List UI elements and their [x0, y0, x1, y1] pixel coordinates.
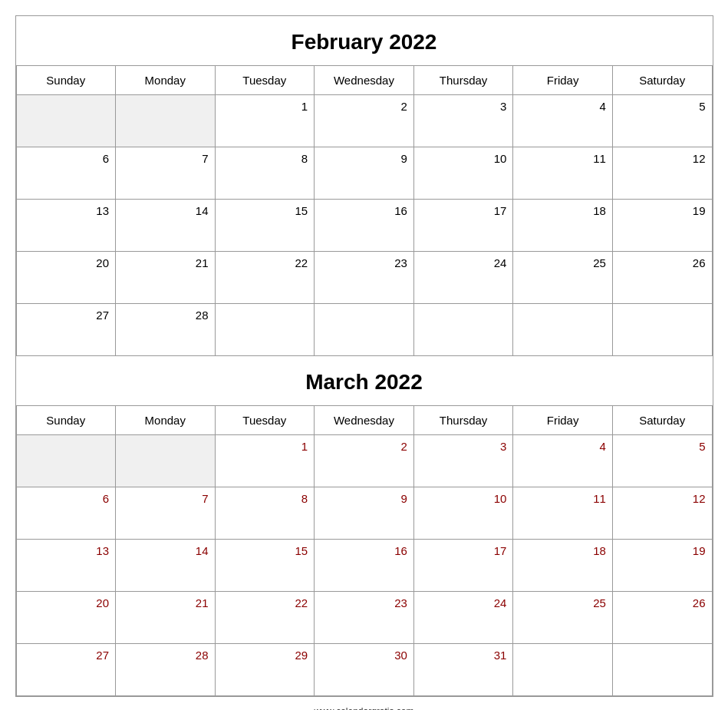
- table-row: 7: [116, 147, 216, 200]
- table-row: 1: [215, 95, 315, 147]
- mar-header-tue: Tuesday: [215, 406, 315, 435]
- table-row: 4: [513, 95, 612, 147]
- feb-week-5: 27 28: [16, 304, 712, 356]
- table-row: 26: [612, 592, 712, 644]
- mar-header-fri: Friday: [513, 406, 612, 435]
- mar-week-2: 6 7 8 9 10 11 12: [16, 487, 712, 540]
- table-row: 13: [16, 540, 116, 592]
- table-row: 4: [513, 435, 612, 487]
- table-row: 6: [16, 147, 116, 200]
- table-row: 20: [16, 252, 116, 304]
- table-row: 31: [413, 644, 513, 696]
- table-row: [215, 304, 315, 356]
- table-row: 22: [215, 592, 315, 644]
- table-row: 26: [612, 252, 712, 304]
- table-row: [513, 304, 612, 356]
- calendar-container: February 2022 Sunday Monday Tuesday Wedn…: [15, 15, 713, 697]
- table-row: 25: [513, 592, 612, 644]
- march-grid: Sunday Monday Tuesday Wednesday Thursday…: [16, 405, 713, 696]
- table-row: 9: [315, 147, 414, 200]
- table-row: 9: [315, 487, 414, 540]
- footer-url: www.calendargratis.com: [314, 703, 413, 710]
- feb-header-sat: Saturday: [612, 66, 712, 95]
- mar-week-5: 27 28 29 30 31: [16, 644, 712, 696]
- table-row: 21: [116, 592, 216, 644]
- table-row: 18: [513, 540, 612, 592]
- mar-week-1: 1 2 3 4 5: [16, 435, 712, 487]
- mar-week-4: 20 21 22 23 24 25 26: [16, 592, 712, 644]
- feb-header-wed: Wednesday: [315, 66, 414, 95]
- table-row: 24: [413, 592, 513, 644]
- table-row: 3: [413, 95, 513, 147]
- feb-week-1: 1 2 3 4 5: [16, 95, 712, 147]
- table-row: [612, 304, 712, 356]
- table-row: 29: [215, 644, 315, 696]
- february-grid: Sunday Monday Tuesday Wednesday Thursday…: [16, 65, 713, 356]
- table-row: 21: [116, 252, 216, 304]
- table-row: 3: [413, 435, 513, 487]
- feb-week-3: 13 14 15 16 17 18 19: [16, 200, 712, 252]
- table-row: 2: [315, 435, 414, 487]
- table-row: 5: [612, 435, 712, 487]
- table-row: [16, 95, 116, 147]
- table-row: 1: [215, 435, 315, 487]
- mar-header-sat: Saturday: [612, 406, 712, 435]
- feb-header-sun: Sunday: [16, 66, 116, 95]
- table-row: 8: [215, 147, 315, 200]
- table-row: 8: [215, 487, 315, 540]
- table-row: 14: [116, 200, 216, 252]
- table-row: [513, 644, 612, 696]
- mar-header-thu: Thursday: [413, 406, 513, 435]
- table-row: 15: [215, 540, 315, 592]
- table-row: 11: [513, 487, 612, 540]
- feb-header-thu: Thursday: [413, 66, 513, 95]
- feb-header-tue: Tuesday: [215, 66, 315, 95]
- table-row: 17: [413, 200, 513, 252]
- feb-week-2: 6 7 8 9 10 11 12: [16, 147, 712, 200]
- table-row: [16, 435, 116, 487]
- table-row: 30: [315, 644, 414, 696]
- table-row: 10: [413, 147, 513, 200]
- table-row: 19: [612, 200, 712, 252]
- table-row: 18: [513, 200, 612, 252]
- table-row: 23: [315, 592, 414, 644]
- table-row: 2: [315, 95, 414, 147]
- feb-header-mon: Monday: [116, 66, 216, 95]
- feb-header-fri: Friday: [513, 66, 612, 95]
- table-row: 23: [315, 252, 414, 304]
- table-row: 15: [215, 200, 315, 252]
- table-row: [116, 435, 216, 487]
- table-row: 27: [16, 644, 116, 696]
- table-row: 13: [16, 200, 116, 252]
- table-row: 19: [612, 540, 712, 592]
- table-row: 14: [116, 540, 216, 592]
- table-row: 11: [513, 147, 612, 200]
- table-row: 10: [413, 487, 513, 540]
- table-row: 20: [16, 592, 116, 644]
- table-row: 27: [16, 304, 116, 356]
- table-row: 28: [116, 644, 216, 696]
- mar-header-wed: Wednesday: [315, 406, 414, 435]
- table-row: [612, 644, 712, 696]
- table-row: 12: [612, 147, 712, 200]
- table-row: [315, 304, 414, 356]
- table-row: 22: [215, 252, 315, 304]
- feb-week-4: 20 21 22 23 24 25 26: [16, 252, 712, 304]
- table-row: 6: [16, 487, 116, 540]
- table-row: 17: [413, 540, 513, 592]
- february-title: February 2022: [16, 16, 713, 65]
- table-row: [116, 95, 216, 147]
- table-row: 12: [612, 487, 712, 540]
- mar-week-3: 13 14 15 16 17 18 19: [16, 540, 712, 592]
- mar-header-sun: Sunday: [16, 406, 116, 435]
- mar-header-mon: Monday: [116, 406, 216, 435]
- table-row: 7: [116, 487, 216, 540]
- table-row: [413, 304, 513, 356]
- table-row: 16: [315, 200, 414, 252]
- table-row: 24: [413, 252, 513, 304]
- table-row: 5: [612, 95, 712, 147]
- table-row: 25: [513, 252, 612, 304]
- march-title: March 2022: [16, 356, 713, 405]
- table-row: 28: [116, 304, 216, 356]
- table-row: 16: [315, 540, 414, 592]
